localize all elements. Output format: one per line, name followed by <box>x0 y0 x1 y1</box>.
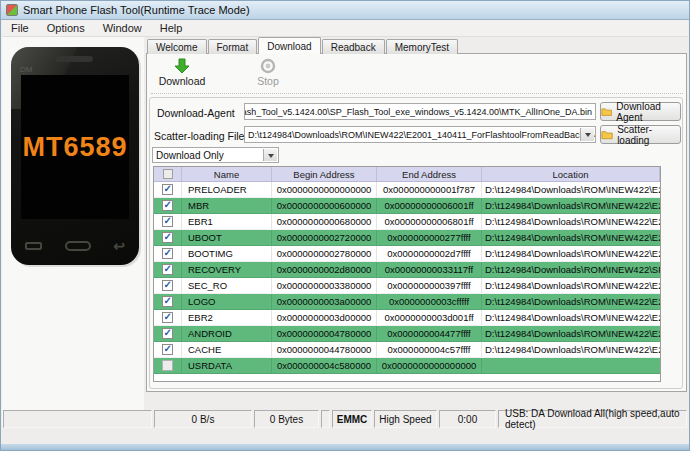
phone-screen: MT6589 <box>21 75 129 219</box>
row-checkbox[interactable] <box>162 264 173 275</box>
begin-address: 0x0000000004780000 <box>272 326 377 341</box>
chevron-down-icon <box>585 133 591 140</box>
tab-download[interactable]: Download <box>258 37 320 54</box>
location-path <box>482 358 660 373</box>
end-address: 0x00000000006001ff <box>377 198 482 213</box>
begin-address: 0x0000000003d00000 <box>272 310 377 325</box>
status-speed: 0 B/s <box>154 410 252 428</box>
header-location[interactable]: Location <box>482 167 660 181</box>
row-checkbox[interactable] <box>162 296 173 307</box>
row-checkbox[interactable] <box>162 280 173 291</box>
title-bar[interactable]: Smart Phone Flash Tool(Runtime Trace Mod… <box>1 1 689 20</box>
end-address: 0x0000000003d001ff <box>377 310 482 325</box>
scatter-file-combobox[interactable]: D:\t124984\Downloads\ROM\INEW422\E2001_1… <box>244 126 596 143</box>
phone-menu-icon <box>25 242 42 250</box>
menu-window[interactable]: Window <box>94 21 151 35</box>
header-name[interactable]: Name <box>182 167 272 181</box>
phone-watermark: DM <box>20 65 32 74</box>
phone-speaker <box>55 56 93 62</box>
download-agent-button[interactable]: Download Agent <box>600 102 681 121</box>
table-row[interactable]: UBOOT 0x0000000002720000 0x000000000277f… <box>154 230 660 246</box>
tab-welcome[interactable]: Welcome <box>147 39 207 54</box>
row-checkbox[interactable] <box>162 200 173 211</box>
status-storage-type: EMMC <box>332 410 372 428</box>
menu-options[interactable]: Options <box>38 21 94 35</box>
end-address: 0x0000000000000000 <box>377 358 482 373</box>
location-path: D:\t124984\Downloads\ROM\INEW422\E2001_1… <box>482 342 660 357</box>
location-path: D:\t124984\Downloads\ROM\INEW422\E2001_1… <box>482 214 660 229</box>
table-row[interactable]: CACHE 0x0000000044780000 0x000000004c57f… <box>154 342 660 358</box>
location-path: D:\t124984\Downloads\ROM\INEW422\E2001_1… <box>482 182 660 197</box>
row-checkbox[interactable] <box>162 344 173 355</box>
row-checkbox[interactable] <box>162 184 173 195</box>
table-row[interactable]: LOGO 0x0000000003a00000 0x0000000003cfff… <box>154 294 660 310</box>
scatter-loading-label: Scatter-loading File <box>154 130 244 142</box>
row-checkbox-cell[interactable] <box>154 198 182 213</box>
download-button[interactable]: Download <box>153 58 211 87</box>
row-checkbox-cell[interactable] <box>154 342 182 357</box>
table-row[interactable]: EBR2 0x0000000003d00000 0x0000000003d001… <box>154 310 660 326</box>
tab-memorytest[interactable]: MemoryTest <box>386 39 458 54</box>
partition-name: RECOVERY <box>182 262 272 277</box>
partition-name: BOOTIMG <box>182 246 272 261</box>
menu-help[interactable]: Help <box>151 21 192 35</box>
app-icon <box>6 4 18 16</box>
row-checkbox-cell[interactable] <box>154 358 182 373</box>
table-row[interactable]: ANDROID 0x0000000004780000 0x00000000447… <box>154 326 660 342</box>
table-row[interactable]: PRELOADER 0x0000000000000000 0x000000000… <box>154 182 660 198</box>
status-spacer <box>321 410 330 428</box>
row-checkbox-cell[interactable] <box>154 230 182 245</box>
end-address: 0x00000000033117ff <box>377 262 482 277</box>
row-checkbox[interactable] <box>162 248 173 259</box>
partition-name: EBR2 <box>182 310 272 325</box>
toolbar-separator <box>151 93 683 94</box>
row-checkbox[interactable] <box>162 312 173 323</box>
header-select-all[interactable] <box>154 167 182 181</box>
window-bottom-frame <box>1 444 689 450</box>
row-checkbox-cell[interactable] <box>154 294 182 309</box>
table-row[interactable]: USRDATA 0x000000004c580000 0x00000000000… <box>154 358 660 374</box>
table-body: PRELOADER 0x0000000000000000 0x000000000… <box>154 182 660 374</box>
begin-address: 0x000000004c580000 <box>272 358 377 373</box>
mode-dropdown-button[interactable] <box>263 149 277 161</box>
row-checkbox-cell[interactable] <box>154 182 182 197</box>
row-checkbox[interactable] <box>162 232 173 243</box>
download-mode-combobox[interactable]: Download Only <box>152 147 279 163</box>
table-row[interactable]: SEC_RO 0x0000000003380000 0x000000000397… <box>154 278 660 294</box>
tab-format[interactable]: Format <box>208 39 258 54</box>
header-end-address[interactable]: End Address <box>377 167 482 181</box>
row-checkbox-cell[interactable] <box>154 278 182 293</box>
stop-button[interactable]: Stop <box>239 58 297 87</box>
table-row[interactable]: RECOVERY 0x0000000002d80000 0x0000000003… <box>154 262 660 278</box>
download-agent-input[interactable]: ds\ROM\INEW422\SP_Flash_Tool_v5.1424.00\… <box>244 103 596 120</box>
progress-segment <box>3 410 152 428</box>
row-checkbox-cell[interactable] <box>154 326 182 341</box>
scatter-dropdown-button[interactable] <box>580 128 594 141</box>
location-path: D:\t124984\Downloads\ROM\INEW422\E2001_1… <box>482 278 660 293</box>
location-path: D:\t124984\Downloads\ROM\INEW422\SP_Flas… <box>482 262 660 277</box>
row-checkbox-cell[interactable] <box>154 214 182 229</box>
tab-strip: Welcome Format Download Readback MemoryT… <box>147 39 459 54</box>
status-elapsed-time: 0:00 <box>439 410 496 428</box>
menu-file[interactable]: File <box>2 21 38 35</box>
table-row[interactable]: EBR1 0x0000000000680000 0x00000000006801… <box>154 214 660 230</box>
row-checkbox-cell[interactable] <box>154 246 182 261</box>
table-row[interactable]: BOOTIMG 0x0000000002780000 0x0000000002d… <box>154 246 660 262</box>
table-row[interactable]: MBR 0x0000000000600000 0x00000000006001f… <box>154 198 660 214</box>
partition-name: USRDATA <box>182 358 272 373</box>
status-bar: 0 B/s 0 Bytes EMMC High Speed 0:00 USB: … <box>3 410 687 428</box>
header-begin-address[interactable]: Begin Address <box>272 167 377 181</box>
tab-readback[interactable]: Readback <box>322 39 385 54</box>
row-checkbox-cell[interactable] <box>154 262 182 277</box>
location-path: D:\t124984\Downloads\ROM\INEW422\E2001_1… <box>482 310 660 325</box>
row-checkbox-cell[interactable] <box>154 310 182 325</box>
end-address: 0x0000000002d7ffff <box>377 246 482 261</box>
table-header: Name Begin Address End Address Location <box>154 167 660 182</box>
status-usb-speed: High Speed <box>374 410 437 428</box>
row-checkbox[interactable] <box>162 216 173 227</box>
scatter-loading-button[interactable]: Scatter-loading <box>600 125 681 144</box>
row-checkbox[interactable] <box>162 328 173 339</box>
select-all-box[interactable] <box>163 169 173 179</box>
row-checkbox[interactable] <box>162 360 173 371</box>
begin-address: 0x0000000000600000 <box>272 198 377 213</box>
